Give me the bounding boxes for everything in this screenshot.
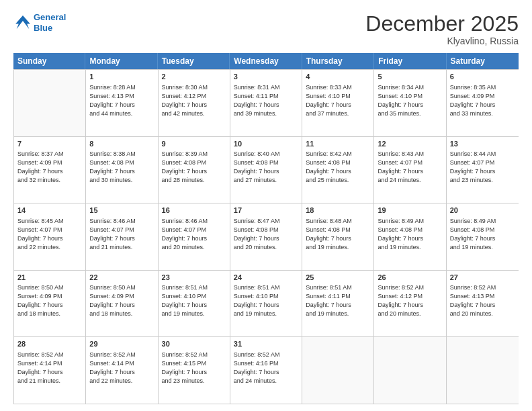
day-info: Sunrise: 8:39 AM Sunset: 4:08 PM Dayligh… [162, 150, 226, 185]
calendar-cell: 21Sunrise: 8:50 AM Sunset: 4:09 PM Dayli… [14, 271, 86, 337]
calendar-cell: 26Sunrise: 8:52 AM Sunset: 4:12 PM Dayli… [374, 271, 446, 337]
calendar-cell: 13Sunrise: 8:44 AM Sunset: 4:07 PM Dayli… [447, 137, 519, 203]
calendar-body: 1Sunrise: 8:28 AM Sunset: 4:13 PM Daylig… [13, 69, 519, 404]
weekday-header: Wednesday [230, 53, 302, 69]
weekday-header: Thursday [302, 53, 374, 69]
day-number: 29 [89, 339, 154, 349]
weekday-header: Tuesday [158, 53, 230, 69]
calendar-cell: 22Sunrise: 8:50 AM Sunset: 4:09 PM Dayli… [86, 271, 158, 337]
calendar-cell: 28Sunrise: 8:52 AM Sunset: 4:14 PM Dayli… [14, 337, 86, 404]
day-number: 14 [17, 205, 82, 216]
day-info: Sunrise: 8:51 AM Sunset: 4:10 PM Dayligh… [234, 283, 298, 318]
calendar-cell [374, 337, 446, 404]
weekday-header: Friday [374, 53, 446, 69]
day-info: Sunrise: 8:48 AM Sunset: 4:08 PM Dayligh… [306, 217, 370, 252]
calendar-row: 7Sunrise: 8:37 AM Sunset: 4:09 PM Daylig… [14, 136, 519, 203]
weekday-header: Monday [85, 53, 157, 69]
title-block: December 2025 Klyavlino, Russia [365, 12, 519, 46]
logo: General Blue [13, 12, 66, 33]
location: Klyavlino, Russia [365, 36, 519, 46]
day-info: Sunrise: 8:52 AM Sunset: 4:13 PM Dayligh… [450, 283, 515, 318]
calendar: SundayMondayTuesdayWednesdayThursdayFrid… [13, 53, 519, 404]
calendar-cell: 25Sunrise: 8:51 AM Sunset: 4:11 PM Dayli… [302, 271, 374, 337]
calendar-cell [447, 337, 519, 404]
calendar-cell: 23Sunrise: 8:51 AM Sunset: 4:10 PM Dayli… [159, 271, 230, 337]
day-number: 11 [306, 139, 370, 149]
svg-marker-0 [15, 15, 30, 29]
calendar-cell: 17Sunrise: 8:47 AM Sunset: 4:08 PM Dayli… [230, 203, 302, 270]
day-number: 13 [450, 139, 515, 149]
day-number: 20 [450, 205, 515, 216]
calendar-cell: 29Sunrise: 8:52 AM Sunset: 4:14 PM Dayli… [86, 337, 158, 404]
day-info: Sunrise: 8:46 AM Sunset: 4:07 PM Dayligh… [89, 217, 154, 252]
day-info: Sunrise: 8:33 AM Sunset: 4:10 PM Dayligh… [306, 83, 370, 118]
calendar-cell: 4Sunrise: 8:33 AM Sunset: 4:10 PM Daylig… [302, 70, 374, 136]
calendar-cell: 8Sunrise: 8:38 AM Sunset: 4:08 PM Daylig… [86, 137, 158, 203]
day-number: 19 [378, 205, 442, 216]
day-info: Sunrise: 8:30 AM Sunset: 4:12 PM Dayligh… [162, 83, 226, 118]
day-info: Sunrise: 8:49 AM Sunset: 4:08 PM Dayligh… [450, 217, 515, 252]
calendar-cell: 14Sunrise: 8:45 AM Sunset: 4:07 PM Dayli… [14, 203, 86, 270]
calendar-cell: 6Sunrise: 8:35 AM Sunset: 4:09 PM Daylig… [447, 70, 519, 136]
logo-line2: Blue [34, 23, 52, 33]
day-number: 30 [162, 339, 226, 349]
day-info: Sunrise: 8:49 AM Sunset: 4:08 PM Dayligh… [378, 217, 442, 252]
day-info: Sunrise: 8:40 AM Sunset: 4:08 PM Dayligh… [234, 150, 298, 185]
day-number: 1 [89, 72, 154, 82]
day-info: Sunrise: 8:31 AM Sunset: 4:11 PM Dayligh… [234, 83, 298, 118]
day-info: Sunrise: 8:52 AM Sunset: 4:15 PM Dayligh… [162, 351, 226, 385]
day-number: 25 [306, 273, 370, 283]
day-number: 27 [450, 273, 515, 283]
day-number: 4 [306, 72, 370, 82]
day-info: Sunrise: 8:28 AM Sunset: 4:13 PM Dayligh… [89, 83, 154, 118]
calendar-row: 14Sunrise: 8:45 AM Sunset: 4:07 PM Dayli… [14, 203, 519, 270]
calendar-cell: 1Sunrise: 8:28 AM Sunset: 4:13 PM Daylig… [86, 70, 158, 136]
calendar-cell: 31Sunrise: 8:52 AM Sunset: 4:16 PM Dayli… [230, 337, 302, 404]
weekday-header: Sunday [13, 53, 85, 69]
calendar-cell: 18Sunrise: 8:48 AM Sunset: 4:08 PM Dayli… [302, 203, 374, 270]
calendar-cell: 12Sunrise: 8:43 AM Sunset: 4:07 PM Dayli… [374, 137, 446, 203]
day-number: 9 [162, 139, 226, 149]
day-number: 6 [450, 72, 515, 82]
day-number: 23 [162, 273, 226, 283]
day-number: 3 [234, 72, 298, 82]
day-info: Sunrise: 8:43 AM Sunset: 4:07 PM Dayligh… [378, 150, 442, 185]
day-number: 24 [234, 273, 298, 283]
day-info: Sunrise: 8:35 AM Sunset: 4:09 PM Dayligh… [450, 83, 515, 118]
day-info: Sunrise: 8:52 AM Sunset: 4:14 PM Dayligh… [89, 351, 154, 385]
calendar-header: SundayMondayTuesdayWednesdayThursdayFrid… [13, 53, 519, 69]
day-number: 15 [89, 205, 154, 216]
day-number: 16 [162, 205, 226, 216]
day-info: Sunrise: 8:51 AM Sunset: 4:10 PM Dayligh… [162, 283, 226, 318]
day-number: 31 [234, 339, 298, 349]
calendar-cell: 20Sunrise: 8:49 AM Sunset: 4:08 PM Dayli… [447, 203, 519, 270]
calendar-cell: 27Sunrise: 8:52 AM Sunset: 4:13 PM Dayli… [447, 271, 519, 337]
day-info: Sunrise: 8:52 AM Sunset: 4:14 PM Dayligh… [17, 351, 82, 385]
day-info: Sunrise: 8:52 AM Sunset: 4:12 PM Dayligh… [378, 283, 442, 318]
weekday-header: Saturday [447, 53, 519, 69]
header: General Blue December 2025 Klyavlino, Ru… [13, 12, 519, 46]
day-number: 28 [17, 339, 82, 349]
calendar-row: 28Sunrise: 8:52 AM Sunset: 4:14 PM Dayli… [14, 336, 519, 404]
day-info: Sunrise: 8:44 AM Sunset: 4:07 PM Dayligh… [450, 150, 515, 185]
day-number: 17 [234, 205, 298, 216]
calendar-cell: 5Sunrise: 8:34 AM Sunset: 4:10 PM Daylig… [374, 70, 446, 136]
day-info: Sunrise: 8:46 AM Sunset: 4:07 PM Dayligh… [162, 217, 226, 252]
calendar-cell: 19Sunrise: 8:49 AM Sunset: 4:08 PM Dayli… [374, 203, 446, 270]
day-info: Sunrise: 8:50 AM Sunset: 4:09 PM Dayligh… [17, 283, 82, 318]
calendar-cell: 7Sunrise: 8:37 AM Sunset: 4:09 PM Daylig… [14, 137, 86, 203]
day-number: 2 [162, 72, 226, 82]
day-info: Sunrise: 8:51 AM Sunset: 4:11 PM Dayligh… [306, 283, 370, 318]
calendar-cell: 10Sunrise: 8:40 AM Sunset: 4:08 PM Dayli… [230, 137, 302, 203]
calendar-cell: 11Sunrise: 8:42 AM Sunset: 4:08 PM Dayli… [302, 137, 374, 203]
day-number: 12 [378, 139, 442, 149]
calendar-cell: 3Sunrise: 8:31 AM Sunset: 4:11 PM Daylig… [230, 70, 302, 136]
day-info: Sunrise: 8:38 AM Sunset: 4:08 PM Dayligh… [89, 150, 154, 185]
calendar-row: 21Sunrise: 8:50 AM Sunset: 4:09 PM Dayli… [14, 270, 519, 337]
day-info: Sunrise: 8:50 AM Sunset: 4:09 PM Dayligh… [89, 283, 154, 318]
day-info: Sunrise: 8:34 AM Sunset: 4:10 PM Dayligh… [378, 83, 442, 118]
day-number: 8 [89, 139, 154, 149]
logo-text: General Blue [34, 12, 66, 33]
month-title: December 2025 [365, 12, 519, 36]
day-info: Sunrise: 8:37 AM Sunset: 4:09 PM Dayligh… [17, 150, 82, 185]
